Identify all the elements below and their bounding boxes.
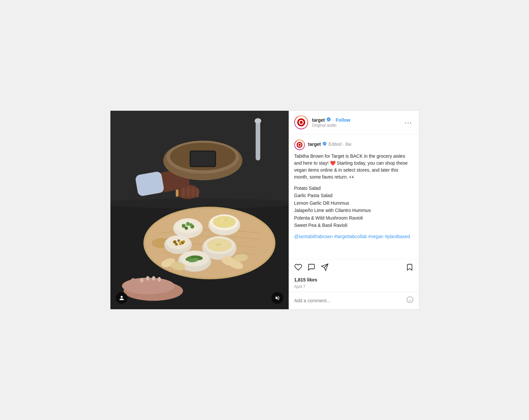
svg-point-60 [157, 277, 161, 282]
svg-point-18 [213, 216, 236, 228]
svg-rect-50 [176, 189, 178, 197]
post-image-area [110, 111, 289, 309]
caption-hashtags[interactable]: @iamtabithabrown #targettabcollab #vegan… [294, 233, 414, 239]
svg-rect-67 [256, 121, 260, 161]
caption-verified-badge [322, 142, 327, 147]
follow-button[interactable]: Follow [336, 117, 350, 123]
caption-username[interactable]: target [308, 142, 321, 147]
svg-point-28 [179, 242, 182, 245]
svg-point-14 [184, 227, 188, 230]
svg-point-20 [225, 219, 227, 221]
svg-point-59 [152, 276, 155, 281]
post-content-area: target · Follow Original audio ··· [289, 111, 419, 309]
likes-count: 1,815 likes [289, 276, 419, 284]
user-profile-icon-btn[interactable] [116, 292, 128, 304]
svg-point-10 [175, 219, 201, 233]
post-actions [289, 259, 419, 276]
emoji-button[interactable] [406, 296, 414, 305]
svg-point-15 [189, 223, 192, 227]
svg-rect-66 [190, 151, 215, 166]
svg-point-58 [146, 276, 149, 281]
svg-point-76 [298, 144, 301, 146]
svg-point-19 [221, 219, 223, 222]
svg-point-68 [255, 118, 261, 124]
svg-point-72 [300, 121, 303, 124]
svg-rect-46 [181, 188, 185, 197]
header-avatar[interactable] [294, 115, 308, 129]
more-options-button[interactable]: ··· [403, 119, 414, 126]
svg-point-23 [166, 235, 190, 249]
caption-list-item-1: Potato Salad [294, 185, 414, 192]
post-top-section: target · Follow Original audio ··· [110, 111, 419, 309]
svg-rect-48 [191, 187, 195, 197]
svg-rect-47 [186, 186, 190, 197]
dot-separator: · [333, 117, 334, 123]
caption-list-item-4: Jalapeño Lime with Cilantro Hummus [294, 207, 414, 214]
caption-area: target Edited · 8w Tabitha Brown for Tar… [289, 134, 419, 259]
svg-point-5 [110, 198, 289, 208]
svg-point-57 [140, 278, 143, 283]
caption-list-item-3: Lemon Garlic Dill Hummus [294, 199, 414, 207]
caption-meta: target Edited · 8w [308, 142, 351, 147]
caption-list: Potato Salad Garlic Pasta Salad Lemon Ga… [294, 185, 414, 229]
comment-input-area [289, 292, 419, 309]
caption-list-item-6: Sweet Pea & Basil Ravioli [294, 222, 414, 229]
post-header: target · Follow Original audio ··· [289, 111, 419, 134]
comment-button[interactable] [307, 262, 315, 274]
header-text-block: target · Follow Original audio [312, 117, 403, 128]
caption-header: target Edited · 8w [294, 140, 414, 150]
header-username[interactable]: target [312, 117, 325, 123]
caption-edited-label: Edited · 8w [328, 142, 351, 147]
share-button[interactable] [321, 262, 329, 274]
like-button[interactable] [294, 262, 302, 274]
caption-list-item-5: Polenta & Wild Mushroom Ravioli [294, 214, 414, 222]
action-icons-row [294, 262, 414, 274]
header-subtext: Original audio [312, 123, 403, 128]
caption-text: Tabitha Brown for Target is BACK in the … [294, 153, 414, 181]
comment-input[interactable] [294, 298, 402, 303]
caption-list-item-2: Garlic Pasta Salad [294, 192, 414, 199]
image-overlay-bottom [116, 292, 283, 304]
header-verified-badge [326, 117, 331, 123]
svg-point-25 [177, 239, 180, 242]
bookmark-button[interactable] [406, 263, 414, 273]
caption-avatar[interactable] [294, 140, 305, 150]
svg-rect-49 [195, 188, 199, 197]
post-date: April 7 [289, 284, 419, 292]
svg-point-79 [407, 297, 413, 303]
mute-icon-btn[interactable] [271, 292, 283, 304]
instagram-post: target · Follow Original audio ··· [110, 110, 419, 310]
svg-rect-44 [135, 171, 164, 197]
svg-point-27 [175, 243, 178, 246]
svg-point-29 [182, 240, 185, 243]
svg-point-21 [222, 222, 224, 225]
